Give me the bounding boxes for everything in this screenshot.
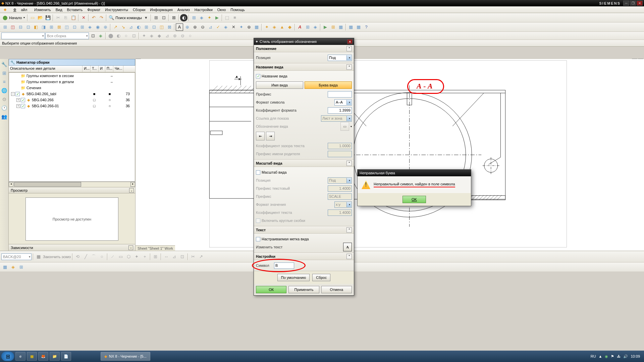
tb3-7[interactable]: ✦ <box>140 32 148 40</box>
tb3-11[interactable]: ⊕ <box>171 32 178 40</box>
tb2-18[interactable]: ◐ <box>135 23 142 31</box>
reset-button[interactable]: Сброс <box>312 274 330 281</box>
msgbox-title-bar[interactable]: Неправильная буква <box>358 170 471 176</box>
strip-part-icon[interactable]: ⊞ <box>1 70 8 76</box>
sk-10[interactable]: ⊞ <box>152 253 159 260</box>
tray-vol-icon[interactable]: 🔊 <box>623 354 628 359</box>
lang-indicator[interactable]: RU <box>591 354 596 358</box>
menu-info[interactable]: Информация <box>148 7 175 12</box>
circle-icon[interactable]: ○ <box>98 253 106 260</box>
tb2-19[interactable]: ⊞ <box>143 23 150 31</box>
default-button[interactable]: По умолчанию <box>277 274 310 281</box>
chevron-up-icon[interactable]: ⌃ <box>346 64 352 70</box>
cancel-button[interactable]: Отмена <box>321 286 352 293</box>
tool-g[interactable]: ▶ <box>213 14 221 21</box>
wireframe-icon[interactable]: ⊞ <box>190 14 198 21</box>
tb2-6[interactable]: ◨ <box>40 23 47 31</box>
italic-a-icon[interactable]: A <box>296 23 304 31</box>
menu-window[interactable]: Окно <box>215 7 228 12</box>
close-button[interactable]: ✕ <box>637 1 643 6</box>
tray-icon-1[interactable]: ▲ <box>599 354 602 358</box>
menu-view[interactable]: Вид <box>53 7 65 12</box>
tb3-9[interactable]: ◆ <box>156 32 163 40</box>
msgbox-ok-button[interactable]: OK <box>402 196 426 203</box>
start-label[interactable]: Начало <box>9 16 22 20</box>
tool-d[interactable]: ⊠ <box>170 14 177 21</box>
cut-icon[interactable]: ✂ <box>54 14 62 21</box>
menu-settings[interactable]: Настройки <box>192 7 215 12</box>
tb2-44[interactable]: ▦ <box>347 23 355 31</box>
tb3-10[interactable]: ⊿ <box>163 32 171 40</box>
tb2-14[interactable]: ⊕ <box>102 23 109 31</box>
col-4[interactable]: П... <box>105 66 113 72</box>
arc-icon[interactable]: ⌒ <box>90 253 98 260</box>
ok-button[interactable]: ОК <box>256 286 286 293</box>
bt2-2[interactable]: ◈ <box>9 263 17 271</box>
tb2-2[interactable]: ◫ <box>9 23 16 31</box>
tb3-12[interactable]: ⊖ <box>179 32 186 40</box>
tray-icon-2[interactable]: ◉ <box>605 354 608 359</box>
tb2-3[interactable]: ⊟ <box>17 23 24 31</box>
tb2-15[interactable]: ↗ <box>112 23 119 31</box>
bt2-3[interactable]: ⊞ <box>17 263 25 271</box>
new-icon[interactable]: ▭ <box>29 14 36 21</box>
sk-14[interactable]: ✂ <box>190 253 197 260</box>
tb2-35[interactable]: ◈ <box>271 23 278 31</box>
tb2-45[interactable]: ▦ <box>355 23 362 31</box>
tb2-34[interactable]: ✦ <box>263 23 270 31</box>
clock[interactable]: 10:09 <box>631 354 640 358</box>
tb2-39[interactable]: ⊞ <box>304 23 311 31</box>
tb2-24[interactable]: ⊕ <box>183 23 191 31</box>
tb2-22[interactable]: ⊠ <box>166 23 173 31</box>
task-ie[interactable]: e <box>15 352 25 361</box>
tb3-2[interactable]: ◈ <box>97 32 104 40</box>
tool-b[interactable]: ⊞ <box>152 14 160 21</box>
col-name[interactable]: Описательное имя детали <box>9 66 83 72</box>
sk-15[interactable]: ↗ <box>198 253 205 260</box>
tb3-3[interactable]: ⬤ <box>107 32 114 40</box>
strip-roles-icon[interactable]: 👥 <box>1 113 8 120</box>
restore-button[interactable]: ❐ <box>630 1 636 6</box>
tool-e[interactable]: ◈ <box>198 14 205 21</box>
tb2-17[interactable]: ⊿ <box>127 23 135 31</box>
align-right-icon[interactable]: ⇥ <box>266 132 275 140</box>
finish-sketch-label[interactable]: Закончить эскиз <box>43 255 71 259</box>
tb2-11[interactable]: ⊞ <box>78 23 86 31</box>
polygon-icon[interactable]: ⬡ <box>125 253 132 260</box>
undo-icon[interactable]: ↶ <box>90 14 97 21</box>
open-icon[interactable]: 📂 <box>37 14 44 21</box>
menu-file[interactable]: Файл <box>9 7 32 12</box>
edit-text-button[interactable]: A <box>343 243 352 251</box>
tool-i[interactable]: ≡ <box>231 14 238 21</box>
tb2-21[interactable]: ◫ <box>158 23 165 31</box>
tb2-37[interactable]: ◆ <box>286 23 293 31</box>
point-icon[interactable]: + <box>141 253 149 260</box>
strip-nav-icon[interactable]: 🔧 <box>1 61 8 68</box>
symformat-select[interactable]: A–A▾ <box>334 99 352 106</box>
tb2-41[interactable]: ▶ <box>322 23 329 31</box>
section-scale-header[interactable]: Масштаб вида⌃ <box>254 160 354 167</box>
position-select[interactable]: Под▾ <box>328 55 352 61</box>
tb2-5[interactable]: ◧ <box>32 23 40 31</box>
tb2-33[interactable]: ▦ <box>253 23 260 31</box>
tb2-43[interactable]: ▦ <box>337 23 344 31</box>
chevron-up-icon[interactable]: ⌃ <box>346 46 352 51</box>
tree-body[interactable]: 📁Группы компонент в сессии–📁Группы компо… <box>9 72 135 182</box>
finish-sketch-icon[interactable]: ▦ <box>35 253 42 260</box>
zoom-in-icon[interactable]: ⊕ <box>191 23 199 31</box>
chevron-up-icon[interactable]: ⌃ <box>346 254 352 259</box>
tb2-31[interactable]: ✦ <box>237 23 245 31</box>
rect-icon[interactable]: ▭ <box>117 253 124 260</box>
strip-clock-icon[interactable]: 🕐 <box>1 105 8 111</box>
start-icon[interactable]: ⬤ <box>1 14 9 21</box>
tool-a[interactable]: ▾ <box>142 14 150 21</box>
target-icon[interactable]: ⊕ <box>245 23 253 31</box>
line-icon[interactable]: ╱ <box>82 253 90 260</box>
filter-combo-1[interactable] <box>1 33 45 39</box>
paste-icon[interactable]: 📋 <box>70 14 77 21</box>
tb2-42[interactable]: ⊞ <box>329 23 337 31</box>
search-command-label[interactable]: Поиск команды <box>115 16 142 20</box>
tb2-28[interactable]: ✓ <box>214 23 222 31</box>
sk-8[interactable]: ✦ <box>133 253 141 260</box>
view-name-button[interactable]: Имя вида <box>256 81 303 89</box>
